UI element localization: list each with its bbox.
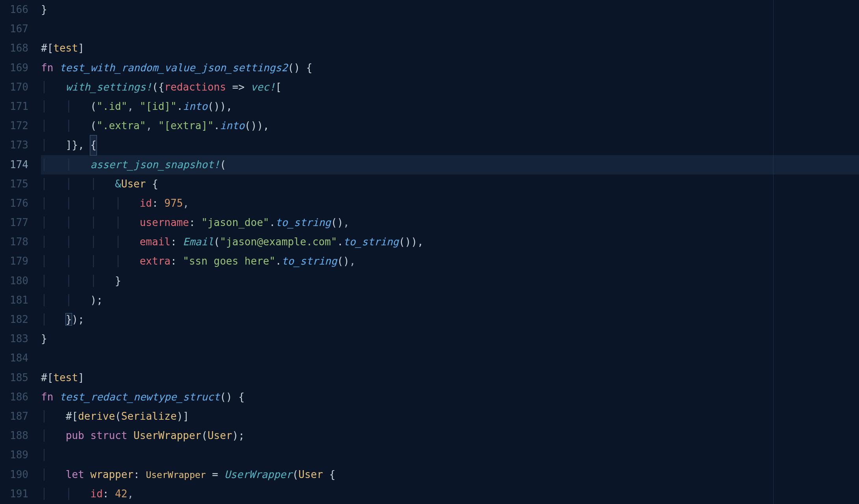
code-line[interactable]: │ │ id: 42, <box>41 484 859 504</box>
type-userwrapper: UserWrapper <box>146 470 206 480</box>
colon: : <box>103 488 115 500</box>
comma: , <box>343 217 350 228</box>
line-number: 173 <box>0 135 28 155</box>
code-line[interactable]: │ │ │ │ id: 975, <box>41 194 859 213</box>
code-line[interactable]: } <box>41 0 859 19</box>
close: ]}, <box>66 139 91 151</box>
paren: ( <box>292 469 299 480</box>
line-number: 168 <box>0 39 28 58</box>
code-area[interactable]: } #[test] fn test_with_random_value_json… <box>35 0 859 504</box>
paren: ( <box>220 159 226 170</box>
code-line[interactable]: │ │ (".extra", "[extra]".into()), <box>41 116 859 135</box>
code-line[interactable]: #[test] <box>41 39 859 58</box>
attr-close: ] <box>78 42 84 54</box>
line-number: 181 <box>0 291 28 310</box>
paren: ( <box>90 120 97 132</box>
code-line[interactable] <box>41 348 859 368</box>
brace: { <box>146 178 158 190</box>
key-redactions: redactions <box>164 81 226 93</box>
line-number: 183 <box>0 329 28 348</box>
line-number: 191 <box>0 484 28 504</box>
string: "jason_doe" <box>201 217 269 228</box>
code-line[interactable] <box>41 19 859 39</box>
code-line[interactable]: │ │ ); <box>41 291 859 310</box>
attr-close: ] <box>78 372 84 384</box>
line-number: 177 <box>0 213 28 232</box>
parens: () <box>220 391 232 403</box>
bracket: [ <box>275 81 282 93</box>
code-line[interactable]: │ │ (".id", "[id]".into()), <box>41 97 859 116</box>
open: ({ <box>152 81 164 93</box>
paren: ( <box>201 430 208 441</box>
colon: : <box>189 217 201 228</box>
kw-fn: fn <box>41 391 53 403</box>
parens: () <box>337 255 349 267</box>
type-email: Email <box>183 236 214 248</box>
string: "jason@example.com" <box>220 236 337 248</box>
paren: ( <box>90 100 97 112</box>
code-line[interactable]: │ }); <box>41 310 859 329</box>
fn-name: test_with_random_value_json_settings2 <box>59 62 288 74</box>
line-number: 182 <box>0 310 28 329</box>
kw-fn: fn <box>41 62 53 74</box>
code-line[interactable]: │ <box>41 445 859 465</box>
code-line[interactable]: │ with_settings!({redactions => vec![ <box>41 78 859 97</box>
trait-serialize: Serialize <box>121 410 177 422</box>
line-number: 166 <box>0 0 28 19</box>
kw-pub: pub <box>66 430 84 441</box>
type-user: User <box>121 178 146 190</box>
cursor-brace: { <box>90 135 97 155</box>
number: 42 <box>115 488 127 500</box>
kw-let: let <box>66 469 84 480</box>
attr-open: #[ <box>41 372 53 384</box>
code-line[interactable]: } <box>41 329 859 348</box>
comma: , <box>183 197 189 209</box>
line-number: 190 <box>0 465 28 484</box>
code-line[interactable]: fn test_redact_newtype_struct() { <box>41 387 859 407</box>
paren: ( <box>214 236 220 248</box>
method-to-string: to_string <box>343 236 399 248</box>
line-number-current: 174 <box>0 155 28 174</box>
number: 975 <box>164 197 183 209</box>
parens: () <box>331 217 343 228</box>
close: ); <box>90 294 102 306</box>
parens: () <box>399 236 411 248</box>
colon: : <box>171 255 183 267</box>
attr-derive: derive <box>78 410 115 422</box>
code-line[interactable]: │ │ │ │ username: "jason_doe".to_string(… <box>41 213 859 232</box>
parens: () <box>245 120 257 132</box>
eq: = <box>206 469 224 480</box>
comma: , <box>146 120 158 132</box>
match-brace: } <box>66 313 72 325</box>
kw-struct: struct <box>90 430 127 441</box>
line-number: 170 <box>0 78 28 97</box>
brace: { <box>232 391 244 403</box>
var-wrapper: wrapper <box>90 469 134 480</box>
code-line[interactable]: │ │ │ │ extra: "ssn goes here".to_string… <box>41 252 859 271</box>
code-line[interactable]: #[test] <box>41 368 859 387</box>
string: ".extra" <box>97 120 146 132</box>
comma: , <box>127 488 134 500</box>
amp: & <box>115 178 121 190</box>
line-number: 178 <box>0 232 28 252</box>
attr-close: ] <box>183 410 189 422</box>
line-number: 179 <box>0 252 28 271</box>
code-editor[interactable]: 166 167 168 169 170 171 172 173 174 175 … <box>0 0 859 504</box>
code-line[interactable]: │ │ │ } <box>41 271 859 291</box>
code-line[interactable]: │ ]}, { <box>41 135 859 155</box>
close: ), <box>220 100 232 112</box>
code-line[interactable]: │ #[derive(Serialize)] <box>41 407 859 426</box>
line-number: 175 <box>0 174 28 194</box>
method-into: into <box>183 100 208 112</box>
attr-test: test <box>53 372 78 384</box>
method-into: into <box>220 120 245 132</box>
code-line[interactable]: │ │ │ │ email: Email("jason@example.com"… <box>41 232 859 252</box>
code-line[interactable]: │ │ │ &User { <box>41 174 859 194</box>
code-line[interactable]: │ pub struct UserWrapper(User); <box>41 426 859 445</box>
attr-test: test <box>53 42 78 54</box>
code-line[interactable]: fn test_with_random_value_json_settings2… <box>41 58 859 78</box>
line-number: 180 <box>0 271 28 291</box>
code-line[interactable]: │ let wrapper: UserWrapper = UserWrapper… <box>41 465 859 484</box>
brace: } <box>41 4 47 15</box>
code-line-current[interactable]: │ │ assert_json_snapshot!( <box>41 155 859 174</box>
